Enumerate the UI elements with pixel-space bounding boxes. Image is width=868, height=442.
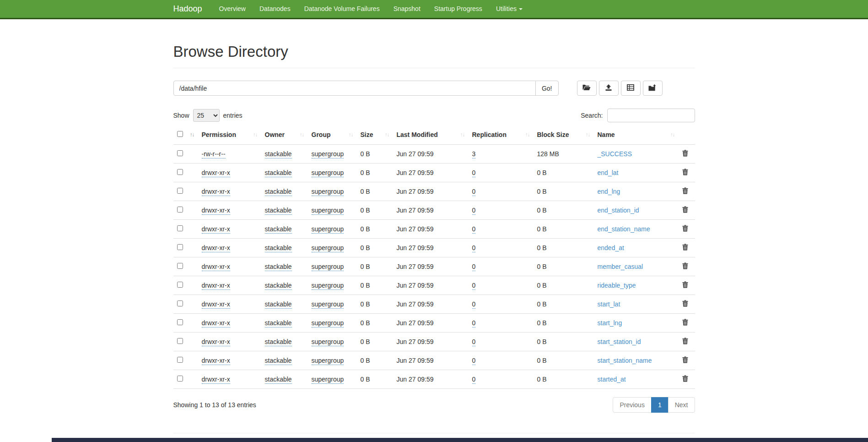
replication-value[interactable]: 3 <box>472 150 476 158</box>
permission-value[interactable]: drwxr-xr-x <box>202 376 230 384</box>
pagination-page-1[interactable]: 1 <box>651 397 669 413</box>
row-checkbox[interactable] <box>177 225 183 231</box>
group-value[interactable]: supergroup <box>312 357 344 365</box>
file-name-link[interactable]: end_station_id <box>598 207 639 214</box>
permission-value[interactable]: drwxr-xr-x <box>202 282 230 290</box>
file-name-link[interactable]: end_station_name <box>598 225 650 233</box>
sort-icon[interactable]: ↑↓ <box>253 131 258 138</box>
nav-datanode-volume-failures[interactable]: Datanode Volume Failures <box>297 0 387 18</box>
row-checkbox[interactable] <box>177 263 183 269</box>
replication-value[interactable]: 0 <box>472 207 476 215</box>
sort-icon[interactable]: ↑↓ <box>586 131 590 138</box>
group-value[interactable]: supergroup <box>312 169 344 177</box>
owner-value[interactable]: stackable <box>265 150 292 158</box>
replication-value[interactable]: 0 <box>472 282 476 290</box>
nav-snapshot[interactable]: Snapshot <box>387 0 427 18</box>
permission-value[interactable]: drwxr-xr-x <box>202 263 230 271</box>
permission-value[interactable]: drwxr-xr-x <box>202 244 230 252</box>
delete-icon[interactable] <box>682 375 688 382</box>
file-name-link[interactable]: start_station_id <box>598 338 641 345</box>
permission-value[interactable]: -rw-r--r-- <box>202 150 226 158</box>
file-name-link[interactable]: started_at <box>598 376 626 383</box>
sort-icon[interactable]: ↑↓ <box>670 131 675 138</box>
row-checkbox[interactable] <box>177 319 183 325</box>
row-checkbox[interactable] <box>177 376 183 382</box>
replication-value[interactable]: 0 <box>472 225 476 234</box>
replication-value[interactable]: 0 <box>472 357 476 365</box>
owner-value[interactable]: stackable <box>265 225 292 234</box>
permission-value[interactable]: drwxr-xr-x <box>202 188 230 196</box>
col-replication[interactable]: Replication <box>472 131 507 138</box>
owner-value[interactable]: stackable <box>265 319 292 327</box>
owner-value[interactable]: stackable <box>265 376 292 384</box>
file-name-link[interactable]: rideable_type <box>598 282 636 289</box>
file-name-link[interactable]: end_lng <box>598 188 620 195</box>
sort-icon[interactable]: ↑↓ <box>349 131 353 138</box>
group-value[interactable]: supergroup <box>312 338 344 346</box>
row-checkbox[interactable] <box>177 207 183 213</box>
folder-open-button[interactable] <box>577 81 597 96</box>
permission-value[interactable]: drwxr-xr-x <box>202 207 230 215</box>
replication-value[interactable]: 0 <box>472 338 476 346</box>
nav-startup-progress[interactable]: Startup Progress <box>427 0 489 18</box>
folder-upload-button[interactable] <box>643 81 663 96</box>
select-all-checkbox[interactable] <box>177 131 183 137</box>
list-view-button[interactable] <box>621 81 641 96</box>
file-name-link[interactable]: _SUCCESS <box>598 150 632 158</box>
permission-value[interactable]: drwxr-xr-x <box>202 300 230 309</box>
file-name-link[interactable]: start_station_name <box>598 357 652 364</box>
navbar-brand[interactable]: Hadoop <box>173 0 202 18</box>
nav-datanodes[interactable]: Datanodes <box>253 0 297 18</box>
owner-value[interactable]: stackable <box>265 244 292 252</box>
file-name-link[interactable]: member_casual <box>598 263 643 270</box>
replication-value[interactable]: 0 <box>472 319 476 327</box>
permission-value[interactable]: drwxr-xr-x <box>202 338 230 346</box>
directory-path-input[interactable] <box>173 81 536 96</box>
row-checkbox[interactable] <box>177 300 183 306</box>
row-checkbox[interactable] <box>177 244 183 250</box>
delete-icon[interactable] <box>682 206 688 213</box>
group-value[interactable]: supergroup <box>312 376 344 384</box>
replication-value[interactable]: 0 <box>472 300 476 309</box>
permission-value[interactable]: drwxr-xr-x <box>202 357 230 365</box>
nav-overview[interactable]: Overview <box>212 0 253 18</box>
permission-value[interactable]: drwxr-xr-x <box>202 319 230 327</box>
owner-value[interactable]: stackable <box>265 282 292 290</box>
group-value[interactable]: supergroup <box>312 263 344 271</box>
upload-button[interactable] <box>599 81 619 96</box>
nav-utilities-dropdown[interactable]: Utilities <box>489 0 529 18</box>
group-value[interactable]: supergroup <box>312 150 344 158</box>
col-owner[interactable]: Owner <box>265 131 285 138</box>
group-value[interactable]: supergroup <box>312 244 344 252</box>
permission-value[interactable]: drwxr-xr-x <box>202 225 230 234</box>
row-checkbox[interactable] <box>177 338 183 344</box>
row-checkbox[interactable] <box>177 357 183 363</box>
file-name-link[interactable]: ended_at <box>598 244 624 251</box>
file-name-link[interactable]: start_lng <box>598 319 622 327</box>
delete-icon[interactable] <box>682 281 688 288</box>
replication-value[interactable]: 0 <box>472 188 476 196</box>
sort-icon[interactable]: ↑↓ <box>190 131 194 138</box>
go-button[interactable]: Go! <box>535 81 559 96</box>
replication-value[interactable]: 0 <box>472 169 476 177</box>
pagination-previous[interactable]: Previous <box>613 397 651 413</box>
group-value[interactable]: supergroup <box>312 225 344 234</box>
owner-value[interactable]: stackable <box>265 263 292 271</box>
row-checkbox[interactable] <box>177 282 183 288</box>
delete-icon[interactable] <box>682 225 688 232</box>
owner-value[interactable]: stackable <box>265 338 292 346</box>
file-name-link[interactable]: end_lat <box>598 169 619 176</box>
search-input[interactable] <box>607 109 695 122</box>
group-value[interactable]: supergroup <box>312 207 344 215</box>
row-checkbox[interactable] <box>177 169 183 175</box>
page-size-select[interactable]: 25 <box>193 109 220 122</box>
delete-icon[interactable] <box>682 300 688 307</box>
owner-value[interactable]: stackable <box>265 300 292 309</box>
delete-icon[interactable] <box>682 319 688 326</box>
owner-value[interactable]: stackable <box>265 207 292 215</box>
group-value[interactable]: supergroup <box>312 188 344 196</box>
owner-value[interactable]: stackable <box>265 169 292 177</box>
delete-icon[interactable] <box>682 169 688 175</box>
col-block-size[interactable]: Block Size <box>537 131 569 138</box>
group-value[interactable]: supergroup <box>312 300 344 309</box>
